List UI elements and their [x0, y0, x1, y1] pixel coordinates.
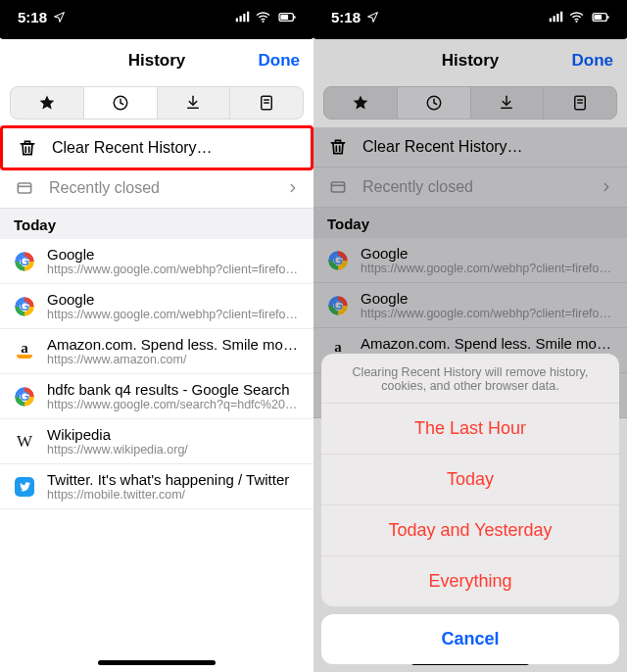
history-entry-title: Amazon.com. Spend less. Smile more.: [47, 336, 300, 353]
status-bar: 5:18: [0, 0, 314, 33]
history-entry-url: https://www.google.com/webhp?client=fire…: [361, 307, 613, 320]
history-entry-title: Wikipedia: [47, 426, 300, 443]
clock-icon: [112, 94, 129, 112]
download-icon: [498, 94, 515, 112]
tab-reading-list[interactable]: [230, 87, 303, 119]
action-sheet-message: Clearing Recent History will remove hist…: [321, 354, 619, 404]
done-button[interactable]: Done: [572, 39, 614, 82]
done-button[interactable]: Done: [259, 39, 301, 82]
status-time: 5:18: [18, 9, 47, 25]
sheet-option-last-hour[interactable]: The Last Hour: [321, 404, 619, 455]
sheet-option-today[interactable]: Today: [321, 455, 619, 505]
location-icon: [366, 11, 379, 24]
recently-closed-label: Recently closed: [49, 179, 272, 197]
sheet-cancel-button[interactable]: Cancel: [321, 614, 619, 664]
home-indicator[interactable]: [98, 660, 216, 665]
history-entry[interactable]: WWikipediahttps://www.wikipedia.org/: [0, 419, 314, 464]
status-time: 5:18: [331, 9, 361, 25]
wifi-icon: [568, 11, 585, 24]
bookmark-star-icon: [352, 94, 369, 112]
wifi-icon: [255, 11, 271, 24]
recently-closed-row[interactable]: Recently closed: [314, 168, 627, 208]
recently-closed-label: Recently closed: [362, 178, 586, 196]
phone-left: 5:18 History Done Clear Recent History… …: [0, 0, 314, 672]
amazon-favicon-icon: a: [15, 342, 34, 361]
battery-icon: [589, 11, 613, 24]
header: History Done: [314, 39, 627, 82]
history-entry[interactable]: aAmazon.com. Spend less. Smile more.http…: [0, 329, 314, 374]
history-entry[interactable]: Twitter. It's what's happening / Twitter…: [0, 464, 314, 509]
tab-history[interactable]: [398, 87, 471, 119]
segmented-tabs: [10, 86, 304, 120]
history-entry-url: https://www.wikipedia.org/: [47, 443, 300, 456]
download-icon: [184, 94, 202, 112]
tab-bookmarks[interactable]: [324, 87, 398, 119]
clear-recent-history-row[interactable]: Clear Recent History…: [0, 125, 314, 170]
history-entry[interactable]: Googlehttps://www.google.com/webhp?clien…: [314, 283, 627, 328]
tab-bookmarks[interactable]: [11, 87, 84, 119]
history-entry[interactable]: Googlehttps://www.google.com/webhp?clien…: [314, 238, 627, 283]
reading-list-icon: [571, 94, 589, 112]
google-favicon-icon: [328, 251, 348, 270]
trash-icon: [328, 137, 348, 157]
clock-icon: [425, 94, 443, 112]
trash-icon: [18, 138, 37, 158]
history-entry-title: Google: [47, 291, 300, 308]
tab-downloads[interactable]: [471, 87, 545, 119]
reading-list-icon: [258, 94, 275, 112]
google-favicon-icon: [15, 252, 34, 271]
clear-recent-history-row[interactable]: Clear Recent History…: [314, 127, 627, 168]
history-entry[interactable]: Googlehttps://www.google.com/webhp?clien…: [0, 239, 314, 284]
page-title: History: [128, 51, 186, 71]
tab-icon: [15, 178, 34, 198]
history-entry[interactable]: Googlehttps://www.google.com/webhp?clien…: [0, 284, 314, 329]
history-entry-title: Twitter. It's what's happening / Twitter: [47, 471, 300, 488]
cell-signal-icon: [548, 11, 564, 23]
chevron-right-icon: [286, 181, 300, 195]
bookmark-star-icon: [38, 94, 56, 112]
section-header-today: Today: [314, 208, 627, 238]
chevron-right-icon: [600, 180, 613, 194]
page-title: History: [442, 51, 500, 71]
recently-closed-row[interactable]: Recently closed: [0, 168, 314, 209]
history-entry-title: Google: [47, 246, 300, 263]
tab-icon: [328, 177, 348, 197]
tab-downloads[interactable]: [158, 87, 231, 119]
clear-recent-history-label: Clear Recent History…: [52, 139, 297, 157]
history-entry-url: https://www.google.com/webhp?client=fire…: [47, 263, 300, 276]
phone-right: 5:18 History Done Clear Recent History… …: [314, 0, 627, 672]
google-favicon-icon: [15, 297, 34, 316]
sheet-option-everything[interactable]: Everything: [321, 556, 619, 606]
twitter-favicon-icon: [15, 477, 34, 497]
clear-recent-history-label: Clear Recent History…: [362, 138, 613, 156]
location-icon: [53, 11, 66, 24]
history-entry-url: https://www.google.com/webhp?client=fire…: [47, 308, 300, 321]
history-entry-url: https://www.google.com/search?q=hdfc%20b…: [47, 398, 300, 411]
google-favicon-icon: [15, 387, 34, 407]
status-bar: 5:18: [314, 0, 627, 33]
history-entry-url: https://mobile.twitter.com/: [47, 488, 300, 502]
cell-signal-icon: [234, 11, 251, 23]
history-entry-title: hdfc bank q4 results - Google Search: [47, 381, 300, 398]
segmented-tabs: [323, 86, 617, 120]
history-entry-url: https://www.google.com/webhp?client=fire…: [361, 262, 613, 275]
header: History Done: [0, 39, 314, 82]
sheet-option-today-yesterday[interactable]: Today and Yesterday: [321, 505, 619, 556]
section-header-today: Today: [0, 209, 314, 239]
google-favicon-icon: [328, 296, 348, 315]
history-entry-title: Google: [361, 290, 613, 307]
history-list: Googlehttps://www.google.com/webhp?clien…: [0, 239, 314, 509]
tab-reading-list[interactable]: [544, 87, 616, 119]
action-sheet: Clearing Recent History will remove hist…: [314, 346, 627, 672]
history-entry[interactable]: hdfc bank q4 results - Google Searchhttp…: [0, 374, 314, 419]
history-entry-title: Google: [361, 245, 613, 262]
tab-history[interactable]: [84, 87, 158, 119]
wikipedia-favicon-icon: W: [15, 432, 34, 452]
history-entry-url: https://www.amazon.com/: [47, 353, 300, 366]
battery-icon: [275, 11, 300, 24]
